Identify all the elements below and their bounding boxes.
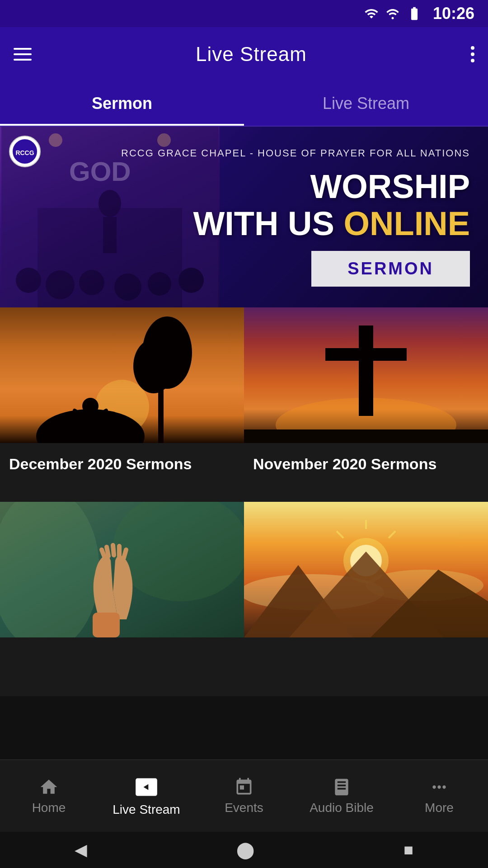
status-time: 10:26 [433, 4, 474, 23]
app-bar-title: Live Stream [196, 43, 307, 66]
sermon-card-title-november: November 2020 Sermons [253, 454, 479, 474]
november-image-svg [244, 307, 488, 443]
book-icon [332, 777, 352, 797]
sermon-card-december[interactable]: December 2020 Sermons [0, 307, 244, 502]
more-horiz-icon [429, 777, 449, 797]
svg-point-20 [133, 339, 174, 393]
banner: GOD RCCG RCCG GRACE CHAPEL - HOUSE OF PR… [0, 127, 488, 307]
recent-button[interactable]: ■ [404, 840, 413, 859]
back-button[interactable]: ◀ [75, 840, 87, 859]
svg-rect-30 [244, 429, 488, 443]
sermon-card-info-december: December 2020 Sermons [0, 443, 244, 502]
bottom-navigation: Home Live Stream Events Audio Bible More [0, 760, 488, 832]
svg-point-32 [0, 502, 99, 637]
menu-icon[interactable] [14, 48, 32, 61]
app-bar: Live Stream [0, 27, 488, 81]
nav-label-audio-bible: Audio Bible [310, 801, 374, 815]
nav-item-livestream[interactable]: Live Stream [98, 775, 195, 817]
svg-point-22 [82, 398, 99, 414]
tab-sermon[interactable]: Sermon [0, 81, 244, 126]
sermon-card-info-november: November 2020 Sermons [244, 443, 488, 502]
nav-label-events: Events [225, 801, 263, 815]
december-image-svg [0, 307, 244, 443]
nav-item-audio-bible[interactable]: Audio Bible [293, 777, 390, 815]
sermon-card-info-sunrise [244, 637, 488, 696]
prayer-image-svg [0, 502, 244, 637]
play-square-icon [135, 775, 158, 799]
svg-line-37 [102, 550, 105, 558]
svg-line-38 [124, 550, 126, 558]
svg-line-34 [107, 547, 108, 556]
sermon-card-sunrise[interactable] [244, 502, 488, 696]
tabs: Sermon Live Stream [0, 81, 488, 127]
more-vert-icon[interactable] [471, 46, 474, 62]
church-name: RCCG GRACE CHAPEL - HOUSE OF PRAYER FOR … [121, 147, 470, 159]
banner-content: RCCG GRACE CHAPEL - HOUSE OF PRAYER FOR … [0, 127, 488, 307]
nav-item-home[interactable]: Home [0, 777, 98, 815]
signal-icon [386, 7, 399, 20]
sermon-card-image-sunrise [244, 502, 488, 637]
battery-icon [407, 6, 422, 21]
sermon-card-image-november [244, 307, 488, 443]
sermon-card-title-december: December 2020 Sermons [9, 454, 235, 474]
status-icons: 10:26 [364, 4, 474, 23]
sermon-card-info-prayer [0, 637, 244, 696]
banner-worship-text: WORSHIPWITH US ONLINE [193, 168, 470, 242]
calendar-icon [234, 777, 254, 797]
nav-label-more: More [425, 801, 454, 815]
home-button[interactable]: ⬤ [236, 840, 254, 859]
svg-rect-39 [93, 613, 120, 637]
status-bar: 10:26 [0, 0, 488, 27]
sermon-card-image-prayer [0, 502, 244, 637]
svg-line-35 [113, 545, 114, 555]
sermon-card-prayer[interactable] [0, 502, 244, 696]
svg-point-0 [391, 17, 394, 19]
wifi-icon [364, 6, 379, 21]
nav-item-more[interactable]: More [390, 777, 488, 815]
svg-rect-28 [359, 326, 373, 416]
banner-sermon-button[interactable]: SERMON [311, 251, 470, 287]
nav-item-events[interactable]: Events [195, 777, 293, 815]
system-navigation: ◀ ⬤ ■ [0, 832, 488, 868]
nav-label-livestream: Live Stream [113, 802, 180, 817]
sermon-grid: December 2020 Sermons [0, 307, 488, 696]
sermon-card-image-december [0, 307, 244, 443]
sermon-card-november[interactable]: November 2020 Sermons [244, 307, 488, 502]
svg-rect-29 [325, 348, 407, 361]
sunrise-image-svg [244, 502, 488, 637]
tab-livestream[interactable]: Live Stream [244, 81, 488, 126]
home-icon [39, 777, 59, 797]
nav-label-home: Home [32, 801, 66, 815]
